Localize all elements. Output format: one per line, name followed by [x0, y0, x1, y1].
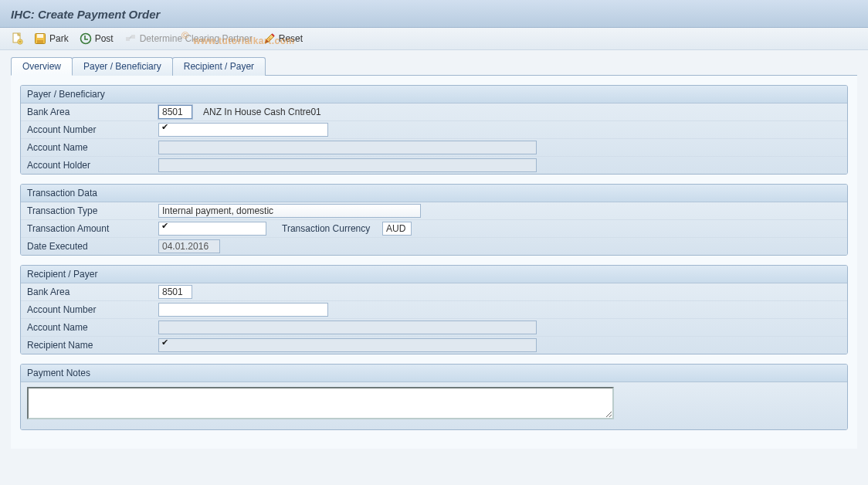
post-label: Post	[95, 33, 114, 44]
payer-bank-area-input[interactable]	[158, 105, 192, 119]
transaction-amount-input[interactable]	[158, 222, 266, 236]
tab-recipient-payer[interactable]: Recipient / Payer	[172, 57, 266, 76]
park-label: Park	[49, 33, 69, 44]
svg-point-5	[80, 34, 90, 44]
panel-recipient-payer: Recipient / Payer Bank Area Account Numb…	[20, 265, 848, 354]
recipient-bank-area-input[interactable]	[158, 285, 192, 299]
tab-payer-beneficiary[interactable]: Payer / Beneficiary	[72, 57, 173, 76]
svg-rect-4	[37, 40, 43, 43]
park-button[interactable]: Park	[34, 32, 69, 45]
post-icon	[80, 32, 92, 45]
svg-rect-3	[37, 34, 43, 38]
recipient-name-field	[158, 338, 537, 352]
reset-button[interactable]: Reset	[263, 32, 303, 45]
payer-account-number-input[interactable]	[158, 123, 328, 137]
post-button[interactable]: Post	[80, 32, 114, 45]
tab-strip: Overview Payer / Beneficiary Recipient /…	[0, 50, 868, 75]
clearing-label: Determine Clearing Partner	[140, 33, 253, 44]
label-transaction-amount: Transaction Amount	[27, 223, 158, 234]
panel-payment-notes: Payment Notes	[20, 364, 848, 430]
recipient-account-name-field	[158, 321, 537, 334]
recipient-account-number-input[interactable]	[158, 303, 328, 317]
payer-account-holder-field	[158, 158, 537, 172]
determine-clearing-button: Determine Clearing Partner	[124, 32, 253, 45]
required-check-icon	[161, 340, 172, 349]
required-check-icon	[161, 223, 172, 232]
label-account-number: Account Number	[27, 124, 158, 135]
panel-transaction-data: Transaction Data Transaction Type Intern…	[20, 184, 848, 256]
new-document-button[interactable]	[11, 32, 23, 45]
svg-rect-6	[126, 37, 130, 41]
label-account-name: Account Name	[27, 142, 158, 153]
panel-header-recipient: Recipient / Payer	[21, 266, 847, 283]
label-date-executed: Date Executed	[27, 241, 158, 252]
transaction-currency-input[interactable]	[382, 222, 412, 236]
panel-header-notes: Payment Notes	[21, 365, 847, 382]
label-account-holder: Account Holder	[27, 160, 158, 171]
label-transaction-type: Transaction Type	[27, 205, 158, 216]
label-recipient-name: Recipient Name	[27, 340, 158, 351]
label-recipient-account-number: Account Number	[27, 304, 158, 315]
svg-rect-7	[131, 35, 135, 39]
window-title: IHC: Create Payment Order	[0, 0, 868, 28]
pencil-icon	[263, 32, 276, 45]
panel-header-transaction: Transaction Data	[21, 185, 847, 202]
document-icon	[11, 32, 23, 45]
label-recipient-account-name: Account Name	[27, 322, 158, 333]
label-bank-area: Bank Area	[27, 107, 158, 117]
save-icon	[34, 32, 46, 45]
required-check-icon	[161, 124, 172, 134]
clearing-icon	[124, 32, 137, 45]
transaction-type-select[interactable]: Internal payment, domestic	[158, 204, 421, 218]
tab-overview[interactable]: Overview	[11, 57, 73, 76]
reset-label: Reset	[279, 33, 303, 44]
panel-payer-beneficiary: Payer / Beneficiary Bank Area ANZ In Hou…	[20, 85, 848, 175]
label-transaction-currency: Transaction Currency	[266, 223, 382, 234]
tab-content: Payer / Beneficiary Bank Area ANZ In Hou…	[11, 75, 857, 449]
panel-header-payer: Payer / Beneficiary	[21, 86, 847, 103]
payer-account-name-field	[158, 141, 537, 154]
date-executed-field	[158, 239, 220, 253]
label-recipient-bank-area: Bank Area	[27, 287, 158, 297]
toolbar: Park Post Determine Clearing Partner Res…	[0, 28, 868, 50]
payment-notes-textarea[interactable]	[27, 387, 614, 419]
payer-bank-area-desc: ANZ In House Cash Cntre01	[203, 107, 321, 117]
